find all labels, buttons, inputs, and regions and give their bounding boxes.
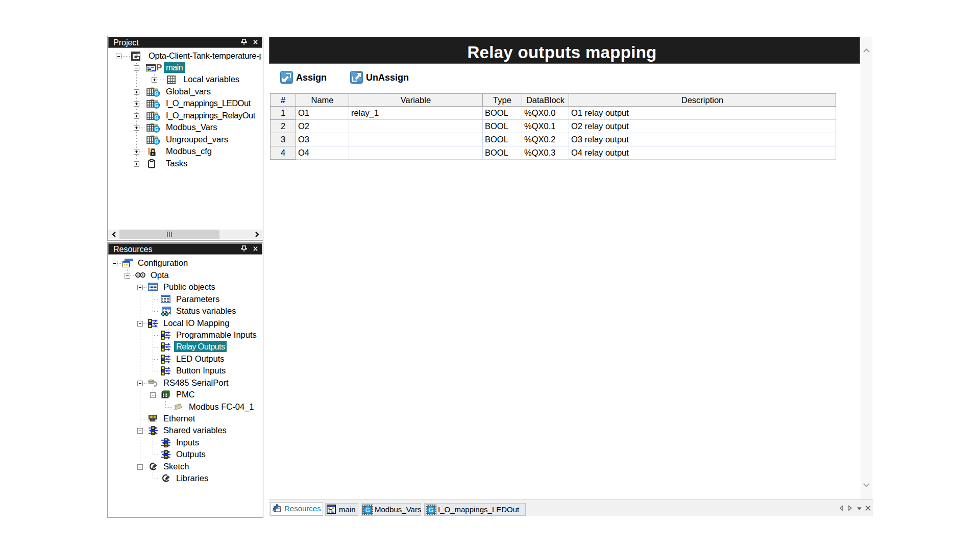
svg-text:G: G xyxy=(155,139,159,144)
svg-text:G: G xyxy=(155,115,159,120)
svg-text:G: G xyxy=(365,507,370,514)
svg-text:G: G xyxy=(429,507,433,514)
svg-text:G: G xyxy=(155,91,159,96)
svg-text:G: G xyxy=(155,103,159,108)
svg-text:G: G xyxy=(155,127,159,132)
